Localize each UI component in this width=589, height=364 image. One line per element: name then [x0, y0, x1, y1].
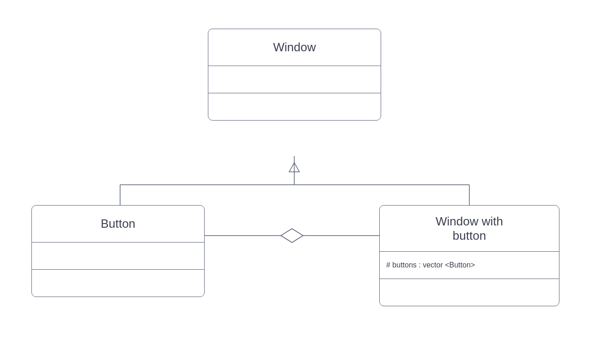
class-window-with-button-name-text: Window with button: [436, 214, 503, 243]
class-window-section2-content: [208, 93, 381, 120]
class-button: Button: [31, 205, 205, 297]
class-window: Window: [208, 29, 381, 121]
class-window-with-button-section1-content: # buttons : vector <Button>: [380, 252, 559, 279]
class-button-section1-content: [32, 243, 204, 269]
class-button-section2-content: [32, 270, 204, 297]
class-window-name: Window: [208, 29, 381, 66]
svg-marker-7: [281, 229, 303, 243]
class-button-name: Button: [32, 206, 204, 243]
class-window-with-button-section1: # buttons : vector <Button>: [380, 252, 559, 279]
class-window-section1: [208, 66, 381, 93]
class-window-section1-content: [208, 66, 381, 93]
diagram-canvas: Window Button Window with button # butto…: [0, 0, 589, 364]
class-window-with-button-name: Window with button: [380, 206, 559, 252]
class-window-with-button-section2: [380, 279, 559, 306]
class-window-with-button-section2-content: [380, 279, 559, 306]
class-window-with-button: Window with button # buttons : vector <B…: [379, 205, 559, 306]
class-window-section2: [208, 93, 381, 120]
class-button-section2: [32, 270, 204, 297]
class-button-section1: [32, 243, 204, 270]
svg-marker-1: [289, 163, 299, 172]
